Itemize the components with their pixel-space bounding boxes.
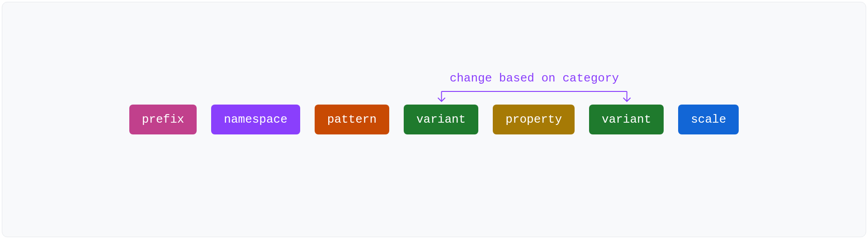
diagram-container: change based on category prefixnamespace… — [2, 2, 866, 237]
token-prefix: prefix — [129, 105, 197, 134]
token-property: property — [493, 105, 575, 134]
annotation-label: change based on category — [450, 72, 619, 85]
token-variant-2: variant — [589, 105, 664, 134]
token-namespace: namespace — [211, 105, 300, 134]
token-row: prefixnamespacepatternvariantpropertyvar… — [129, 105, 739, 134]
token-variant-1: variant — [404, 105, 478, 134]
token-pattern: pattern — [315, 105, 389, 134]
token-scale: scale — [678, 105, 739, 134]
